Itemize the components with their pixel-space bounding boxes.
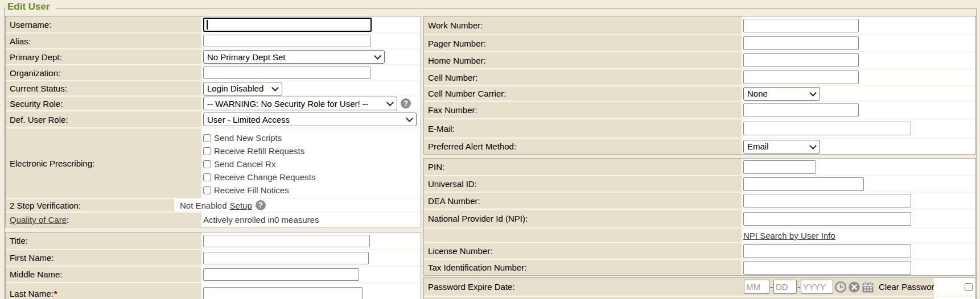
alias-input[interactable] bbox=[203, 35, 370, 47]
checkbox[interactable] bbox=[203, 147, 211, 155]
npi-field-cell bbox=[742, 210, 975, 227]
quality-of-care-label-link[interactable]: Quality of Care bbox=[10, 215, 67, 225]
home-number-input[interactable] bbox=[743, 53, 859, 67]
current-status-select[interactable]: Login Disabled bbox=[203, 82, 282, 95]
universal-id-label-text: Universal ID: bbox=[428, 179, 477, 189]
cell-carrier-select-value: None bbox=[747, 89, 806, 98]
npi-search-label bbox=[424, 229, 742, 242]
focused-input-wrap bbox=[203, 18, 372, 32]
dea-number-label-text: DEA Number: bbox=[428, 196, 480, 206]
security-role-select[interactable]: -- WARNING: No Security Role for User! -… bbox=[203, 97, 397, 110]
checkbox-option-label: Send Cancel Rx bbox=[214, 159, 275, 169]
first-name-field-cell bbox=[201, 250, 421, 265]
checkbox[interactable] bbox=[203, 134, 211, 142]
tax-id-input[interactable] bbox=[743, 261, 911, 275]
clear-date-icon[interactable] bbox=[848, 281, 860, 293]
form-row-cell-carrier: Cell Number Carrier:None bbox=[424, 85, 975, 101]
clock-icon[interactable] bbox=[834, 281, 847, 293]
password-expire-day-input[interactable] bbox=[773, 280, 797, 294]
chevron-down-icon bbox=[271, 84, 279, 92]
checkbox-option-4[interactable]: Receive Fill Notices bbox=[203, 184, 315, 197]
alias-field-cell bbox=[201, 34, 421, 48]
checkbox-option-label: Send New Scripts bbox=[214, 133, 282, 143]
form-row-home-number: Home Number: bbox=[424, 51, 975, 68]
title-input[interactable] bbox=[203, 235, 370, 247]
checkbox-option-0[interactable]: Send New Scripts bbox=[203, 131, 315, 144]
first-name-input[interactable] bbox=[203, 252, 369, 264]
name-fields-table: Title:First Name:Middle Name:Last Name:* bbox=[5, 232, 421, 299]
npi-label: National Provider Id (NPI): bbox=[424, 210, 742, 227]
form-row-fax-number: Fax Number: bbox=[424, 101, 975, 118]
form-row-organization: Organization: bbox=[6, 64, 421, 80]
universal-id-input[interactable] bbox=[743, 177, 864, 191]
cell-carrier-label-text: Cell Number Carrier: bbox=[428, 89, 507, 98]
middle-name-field-cell bbox=[201, 267, 421, 282]
security-role-field-cell: -- WARNING: No Security Role for User! -… bbox=[201, 97, 421, 110]
form-row-current-status: Current Status:Login Disabled bbox=[6, 80, 421, 95]
pin-input[interactable] bbox=[743, 160, 816, 174]
form-row-security-role: Security Role:-- WARNING: No Security Ro… bbox=[6, 95, 421, 110]
pin-label-text: PIN: bbox=[428, 162, 444, 172]
clear-password-checkbox[interactable] bbox=[965, 283, 973, 291]
form-row-partial-date: -- bbox=[424, 296, 975, 299]
chevron-down-icon bbox=[406, 115, 413, 122]
def-user-role-select[interactable]: User - Limited Access bbox=[203, 113, 417, 126]
date-separator: - bbox=[770, 282, 773, 292]
primary-dept-select[interactable]: No Primary Dept Set bbox=[203, 50, 385, 64]
help-icon[interactable]: ? bbox=[256, 200, 266, 210]
clock-icon[interactable] bbox=[834, 297, 847, 299]
pin-field-cell bbox=[742, 159, 975, 175]
chevron-down-icon bbox=[809, 142, 817, 150]
identifier-fields-table: PIN:Universal ID:DEA Number:National Pro… bbox=[423, 158, 976, 276]
dea-number-input[interactable] bbox=[743, 194, 911, 207]
password-expire-month-input[interactable] bbox=[744, 280, 769, 294]
form-row-tax-id: Tax Identification Number: bbox=[424, 259, 975, 275]
quality-of-care-value-text: Actively enrolled in0 measures bbox=[203, 215, 319, 225]
password-expire-year-input[interactable] bbox=[801, 280, 833, 294]
form-row-cell-number: Cell Number: bbox=[424, 68, 975, 85]
dea-number-label: DEA Number: bbox=[424, 193, 742, 209]
form-row-first-name: First Name: bbox=[6, 249, 421, 265]
checkbox[interactable] bbox=[203, 160, 211, 168]
two-step-setup-link[interactable]: Setup bbox=[230, 201, 252, 210]
preferred-alert-select[interactable]: Email bbox=[743, 140, 820, 153]
cell-number-field-cell bbox=[742, 69, 975, 85]
middle-name-input[interactable] bbox=[203, 268, 359, 281]
checkbox[interactable] bbox=[203, 186, 211, 194]
clear-date-icon[interactable] bbox=[848, 297, 860, 299]
work-number-input[interactable] bbox=[743, 19, 859, 32]
license-number-label: License Number: bbox=[424, 243, 742, 259]
checkbox-option-1[interactable]: Receive Refill Requests bbox=[203, 144, 315, 157]
license-number-input[interactable] bbox=[743, 244, 911, 258]
password-expire-table: Password Expire Date:--Clear Password:-- bbox=[423, 277, 976, 299]
cell-number-label: Cell Number: bbox=[424, 69, 742, 85]
username-input[interactable] bbox=[203, 18, 372, 32]
npi-search-link[interactable]: NPI Search by User Info bbox=[743, 231, 835, 240]
calendar-icon[interactable] bbox=[862, 281, 874, 293]
pager-number-input[interactable] bbox=[743, 36, 859, 50]
fax-number-input[interactable] bbox=[743, 103, 859, 117]
pager-number-label: Pager Number: bbox=[424, 35, 742, 51]
chevron-down-icon bbox=[809, 89, 817, 97]
checkbox-option-3[interactable]: Receive Change Requests bbox=[203, 171, 315, 184]
form-row-def-user-role: Def. User Role:User - Limited Access bbox=[6, 110, 421, 127]
checkbox[interactable] bbox=[203, 173, 211, 181]
last-name-input[interactable] bbox=[203, 287, 363, 299]
form-row-preferred-alert: Preferred Alert Method:Email bbox=[424, 138, 975, 154]
preferred-alert-label: Preferred Alert Method: bbox=[424, 139, 742, 154]
tax-id-label-text: Tax Identification Number: bbox=[428, 263, 526, 272]
checkbox-option-2[interactable]: Send Cancel Rx bbox=[203, 157, 315, 171]
fax-number-field-cell bbox=[742, 102, 975, 118]
email-field-cell bbox=[742, 119, 975, 138]
tax-id-field-cell bbox=[742, 260, 975, 275]
organization-input[interactable] bbox=[203, 67, 370, 79]
form-row-two-step: 2 Step Verification:Not EnabledSetup? bbox=[6, 198, 421, 211]
help-icon[interactable]: ? bbox=[401, 98, 411, 109]
cell-carrier-select[interactable]: None bbox=[743, 87, 820, 101]
email-input[interactable] bbox=[743, 122, 911, 135]
npi-input[interactable] bbox=[743, 212, 911, 226]
calendar-icon[interactable] bbox=[862, 297, 874, 299]
cell-number-input[interactable] bbox=[743, 70, 859, 84]
last-name-label-text: Last Name: bbox=[10, 289, 53, 298]
form-row-title: Title: bbox=[6, 232, 421, 249]
